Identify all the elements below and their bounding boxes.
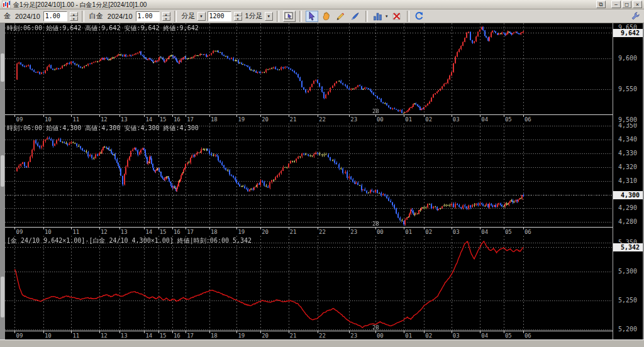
pointer-icon <box>307 11 316 21</box>
delete-chart-button[interactable] <box>391 11 403 22</box>
pointer-tool-button[interactable] <box>306 11 318 22</box>
settings-wrench-button[interactable] <box>629 11 641 22</box>
x-axis-label: 02 <box>425 333 432 339</box>
x-axis-label: 00 <box>377 229 384 235</box>
platinum-contract-label: 2024/10 <box>106 13 134 20</box>
x-axis-tick <box>404 115 404 117</box>
float-window-button[interactable]: ⧉ <box>596 1 606 8</box>
pencil-icon <box>336 11 345 21</box>
x-axis-tick <box>144 331 145 333</box>
x-axis-tick <box>172 228 173 229</box>
gold-chart-panel: 時刻:06:00 始値:9,642 高値:9,642 安値:9,642 終値:9… <box>5 23 643 123</box>
x-axis-tick <box>349 331 350 333</box>
platinum-x-axis[interactable]: 0910111213141516171819202122230001020304… <box>5 227 613 236</box>
x-axis-tick <box>504 331 504 333</box>
panel-grip[interactable] <box>1 155 4 187</box>
x-axis-label: 11 <box>72 116 79 123</box>
x-axis-label: 04 <box>481 229 488 235</box>
spread-info-line: [金 24/10 9,642×1.00]-[白金 24/10 4,300×1.0… <box>7 236 252 245</box>
pencil-tool-button[interactable] <box>335 11 347 22</box>
y-axis-label: 4,340 <box>618 136 637 143</box>
gold-x-axis[interactable]: 0910111213141516171819202122230001020304… <box>5 114 613 123</box>
x-axis-label: 13 <box>121 229 128 235</box>
x-axis-label: 06 <box>525 229 531 235</box>
x-axis-label: 12 <box>101 116 108 123</box>
x-axis-label: 00 <box>377 116 384 123</box>
spread-plot-canvas[interactable] <box>5 236 613 331</box>
x-axis-tick <box>375 115 376 117</box>
x-axis-tick <box>71 115 72 117</box>
x-axis-tick <box>43 331 44 333</box>
gold-multiplier-input[interactable] <box>43 11 67 21</box>
spread-x-axis[interactable]: 0910111213141516171819202122230001020304… <box>5 331 613 339</box>
x-axis-tick <box>236 228 237 229</box>
close-button[interactable]: × <box>633 1 642 8</box>
x-axis-tick <box>158 115 159 117</box>
x-axis-tick <box>318 115 318 117</box>
x-axis-label: 21 <box>290 333 297 339</box>
platinum-multiplier-spin-up[interactable]: ▲ <box>162 12 170 16</box>
gold-symbol-label: 金 <box>3 11 12 21</box>
bar-count-input[interactable] <box>208 11 231 21</box>
delete-cross-icon <box>392 11 401 21</box>
x-axis-label: 20 <box>262 116 269 123</box>
x-axis-label: 20 <box>262 333 269 339</box>
x-axis-label: 13 <box>121 333 128 339</box>
maximize-button[interactable]: □ <box>622 1 631 8</box>
last-price-badge: 4,300 <box>613 191 643 199</box>
x-axis-label: 20 <box>262 229 269 235</box>
brush-tool-button[interactable] <box>349 11 362 22</box>
platinum-plot-canvas[interactable] <box>5 123 613 228</box>
x-axis-tick <box>236 331 237 333</box>
gold-multiplier-spin-up[interactable]: ▲ <box>70 12 78 16</box>
chart-type-button[interactable] <box>372 11 384 22</box>
interval-select[interactable]: 1分足 ▼ <box>244 11 273 21</box>
gold-y-axis[interactable]: 9,6509,6009,5509,5009,642 <box>613 23 643 123</box>
spread-chart-panel: [金 24/10 9,642×1.00]-[白金 24/10 4,300×1.0… <box>5 236 643 339</box>
x-axis-label: 06 <box>525 333 531 339</box>
app-chart-icon <box>2 1 11 8</box>
gold-plot-canvas[interactable] <box>5 23 613 115</box>
x-axis-label: 03 <box>453 333 460 339</box>
x-axis-tick <box>209 115 210 117</box>
platinum-chart-panel: 時刻:06:00 始値:4,300 高値:4,300 安値:4,300 終値:4… <box>5 123 643 236</box>
range-select-icon <box>284 11 294 21</box>
x-axis-label: 05 <box>505 333 512 339</box>
chart-type-dropdown-arrow-icon[interactable]: ▼ <box>385 14 389 18</box>
x-axis-label: 15 <box>160 229 167 235</box>
x-axis-tick <box>523 228 524 229</box>
bar-type-select[interactable]: 分足 ▼ <box>180 11 206 21</box>
toolbar-separator <box>407 11 409 22</box>
minimize-button[interactable]: − <box>611 1 621 8</box>
platinum-info-line: 時刻:06:00 始値:4,300 高値:4,300 安値:4,300 終値:4… <box>7 124 199 133</box>
x-axis-label: 10 <box>45 116 52 123</box>
gold-multiplier-spin-down[interactable]: ▼ <box>70 16 78 21</box>
title-bar[interactable]: 金1分足[2024/10]1.00 - 白金1分足[2024/10]1.00 ⧉… <box>0 0 644 9</box>
x-axis-tick <box>144 115 145 117</box>
bar-count-spin-up[interactable]: ▲ <box>234 12 242 16</box>
bar-type-label: 分足 <box>180 11 197 21</box>
x-axis-tick <box>480 331 480 333</box>
spread-y-axis[interactable]: 5,3505,3005,2505,2005,342 <box>613 236 643 339</box>
x-axis-label: 17 <box>187 333 194 339</box>
x-axis-label: 14 <box>145 229 152 235</box>
platinum-y-axis[interactable]: 4,3504,3404,3304,3204,3104,3004,2904,280… <box>613 123 643 236</box>
platinum-multiplier-input[interactable] <box>136 11 160 21</box>
bar-type-dropdown-arrow-icon[interactable]: ▼ <box>197 12 206 21</box>
range-select-tool-button[interactable] <box>283 11 296 22</box>
x-axis-label: 03 <box>453 116 460 123</box>
refresh-button[interactable] <box>413 11 426 22</box>
x-axis-label: 22 <box>319 116 326 123</box>
x-axis-tick <box>14 331 15 333</box>
panel-grip[interactable] <box>1 277 4 317</box>
bar-count-spin-down[interactable]: ▼ <box>234 16 242 21</box>
x-axis-label: 17 <box>187 116 194 123</box>
platinum-multiplier-spin-down[interactable]: ▼ <box>162 16 170 21</box>
hand-tool-button[interactable] <box>320 11 333 22</box>
x-axis-tick <box>119 115 120 117</box>
x-axis-tick <box>424 228 425 229</box>
x-axis-label: 16 <box>174 333 180 339</box>
interval-dropdown-arrow-icon[interactable]: ▼ <box>265 12 273 21</box>
app-window: 金1分足[2024/10]1.00 - 白金1分足[2024/10]1.00 ⧉… <box>0 0 644 347</box>
panel-grip[interactable] <box>1 53 4 82</box>
